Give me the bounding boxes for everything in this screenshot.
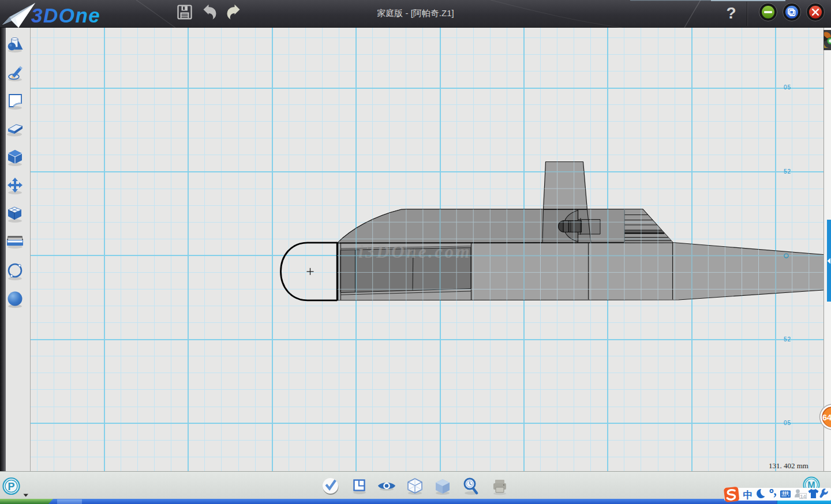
svg-text:14: 14 bbox=[800, 493, 806, 499]
svg-text:P: P bbox=[8, 481, 14, 492]
svg-text:64: 64 bbox=[822, 413, 831, 422]
svg-text:i3DOne.com: i3DOne.com bbox=[358, 242, 471, 262]
svg-text:中: 中 bbox=[743, 490, 753, 501]
svg-text:3DOne: 3DOne bbox=[31, 4, 100, 27]
svg-text:?: ? bbox=[726, 4, 736, 22]
